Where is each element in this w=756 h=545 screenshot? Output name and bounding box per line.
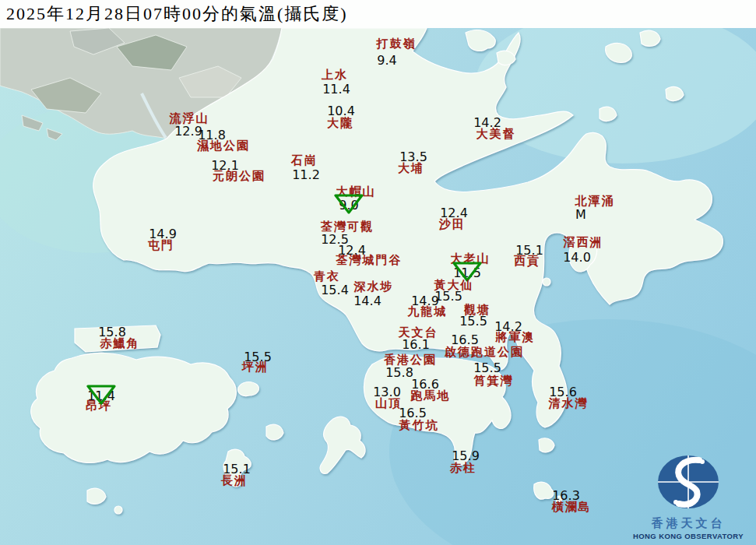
station-value: 16.3: [552, 488, 580, 503]
station-value: 11.8: [198, 128, 226, 142]
station-name-label: 打鼓嶺: [377, 37, 417, 51]
station-value: 14.4: [353, 294, 382, 308]
station-value: 11.2: [292, 167, 320, 182]
station-name-label: 深水埗: [354, 280, 394, 294]
station-value: 16.5: [399, 406, 427, 420]
hko-logo-english: HONG KONG OBSERVATORY: [630, 532, 747, 540]
station-value: 11.4: [322, 82, 350, 97]
station-value: 15.6: [549, 385, 577, 399]
station-value: 15.5: [244, 350, 272, 364]
map-title: 2025年12月28日07時00分的氣溫(攝氏度): [0, 0, 756, 28]
station-value: 9.4: [377, 53, 396, 68]
station-value: 15.8: [385, 365, 413, 380]
station-value: 15.1: [223, 462, 251, 476]
station-value: 12.4: [338, 243, 366, 258]
station-value: M: [575, 207, 586, 222]
station-value: 15.5: [459, 314, 487, 329]
station-value: 16.1: [402, 337, 430, 352]
station-value: 14.0: [563, 250, 591, 265]
station-value: 16.5: [451, 332, 479, 347]
hko-logo-icon: [651, 452, 726, 513]
station-value: 9.0: [339, 198, 358, 213]
station-name-label: 大老山: [451, 251, 491, 266]
station-value: 11.4: [87, 389, 115, 403]
station-value: 12.4: [440, 206, 468, 220]
station-value: 12.1: [211, 158, 239, 173]
station-value: 16.6: [411, 377, 439, 392]
station-value: 14.2: [473, 115, 501, 130]
hko-logo-chinese: 香港天文台: [630, 516, 747, 531]
station-value: 15.1: [515, 243, 543, 258]
station-name-label: 上水: [322, 68, 348, 83]
station-name-label: 滘西洲: [564, 235, 603, 250]
station-value: 14.2: [494, 319, 522, 334]
station-value: 15.9: [452, 448, 480, 463]
station-name-label: 筲箕灣: [474, 374, 514, 389]
station-value: 13.0: [373, 385, 401, 399]
station-name-label: 石崗: [291, 153, 318, 168]
station-value: 14.9: [411, 294, 439, 308]
station-value: 15.5: [473, 360, 501, 375]
station-value: 14.9: [149, 227, 177, 241]
weather-map-screen: 打鼓嶺9.4上水11.4大隴10.4流浮山12.9濕地公園11.8大美督14.2…: [0, 0, 756, 545]
hko-logo: 香港天文台 HONG KONG OBSERVATORY: [630, 452, 747, 540]
station-value: 10.4: [327, 104, 355, 118]
station-value: 15.8: [98, 325, 126, 339]
station-value: 13.5: [399, 149, 427, 164]
station-value: 15.4: [321, 283, 349, 297]
